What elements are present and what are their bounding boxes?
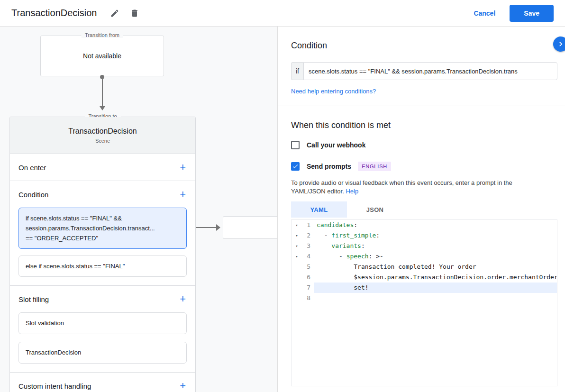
webhook-row: Call your webhook [291, 141, 565, 149]
app: TransactionDecision Cancel Save Transiti… [0, 0, 565, 392]
code-key: variants [331, 242, 361, 249]
save-button[interactable]: Save [510, 5, 554, 22]
slot-card-transaction-decision[interactable]: TransactionDecision [18, 342, 187, 364]
tab-json[interactable]: JSON [347, 201, 403, 218]
fold-toggle-icon[interactable]: ▾ [292, 241, 302, 251]
scene-graph-panel: Transition from Not available Transition… [0, 27, 278, 392]
fold-toggle-icon[interactable]: ▾ [292, 251, 302, 262]
line-number: 5 [302, 262, 314, 272]
code-line: 5 Transaction completed! Your order [292, 262, 557, 272]
condition-card-selected[interactable]: if scene.slots.status == "FINAL" && sess… [18, 208, 187, 249]
fold-toggle-icon [292, 262, 302, 272]
code-line: ▾ 2 - first_simple: [292, 230, 557, 241]
code-line: 8 [292, 293, 557, 303]
add-custom-intent-button[interactable]: + [179, 381, 187, 391]
yaml-editor[interactable]: ▾ 1 candidates: ▾ 2 - first_simple: ▾ 3 … [291, 219, 557, 386]
scene-card-header[interactable]: TransactionDecision Scene [10, 117, 195, 154]
code-key: first_simple [331, 232, 376, 239]
when-condition-title: When this condition is met [291, 120, 565, 130]
connector-line-vertical [102, 79, 103, 107]
code-plain: - [317, 232, 331, 239]
section-on-enter: On enter + [10, 154, 195, 181]
condition-help-link[interactable]: Need help entering conditions? [291, 88, 376, 95]
code-text [314, 293, 557, 303]
chevron-right-icon [556, 39, 565, 49]
condition-cards: if scene.slots.status == "FINAL" && sess… [10, 208, 195, 285]
fold-toggle-icon[interactable]: ▾ [292, 230, 302, 241]
code-text: - first_simple: [314, 230, 557, 241]
code-plain: : [376, 232, 380, 239]
description-text: To provide audio or visual feedback when… [291, 179, 512, 195]
section-custom-intent: Custom intent handling + [10, 373, 195, 392]
transition-from-value: Not available [83, 52, 121, 60]
code-plain: : [361, 242, 365, 249]
transition-from-box: Transition from Not available [40, 36, 164, 76]
section-slot-filling: Slot filling + [10, 286, 195, 312]
help-link[interactable]: Help [346, 188, 358, 195]
code-plain: : >- [369, 253, 383, 260]
slot-cards: Slot validation TransactionDecision [10, 312, 195, 372]
condition-card-line: if scene.slots.status == "FINAL" && [26, 213, 180, 223]
code-plain: - [317, 253, 346, 260]
code-text: Transaction completed! Your order [314, 262, 557, 272]
slot-filling-label: Slot filling [18, 295, 49, 303]
transition-from-label: Transition from [81, 32, 123, 38]
if-chip: if [291, 62, 303, 80]
condition-card-line: else if scene.slots.status == "FINAL" [26, 261, 180, 271]
code-text: $session.params.TransactionDecision.orde… [314, 272, 557, 283]
add-condition-button[interactable]: + [179, 189, 187, 200]
send-prompts-checkbox[interactable] [291, 162, 300, 171]
section-condition: Condition + [10, 181, 195, 208]
arrow-down-icon [100, 106, 105, 110]
code-plain: set! [317, 284, 369, 291]
tab-yaml[interactable]: YAML [291, 201, 347, 218]
slot-card-validation[interactable]: Slot validation [18, 312, 187, 334]
scene-title: TransactionDecision [68, 127, 137, 136]
scene-card: Transition to TransactionDecision Scene … [9, 117, 196, 392]
code-plain: $session.params.TransactionDecision.orde… [317, 273, 557, 281]
delete-scene-button[interactable] [127, 6, 142, 21]
code-key: speech [346, 253, 369, 260]
condition-card-line: == "ORDER_ACCEPTED" [26, 233, 180, 243]
code-text: - speech: >- [314, 251, 557, 262]
line-number: 1 [302, 220, 314, 230]
code-plain: Transaction completed! Your order [317, 263, 476, 270]
condition-input[interactable] [303, 62, 557, 80]
main-split: Transition from Not available Transition… [0, 27, 565, 392]
call-webhook-checkbox[interactable] [291, 141, 300, 149]
condition-card[interactable]: else if scene.slots.status == "FINAL" [18, 255, 187, 277]
fold-toggle-icon [292, 272, 302, 283]
custom-intent-label: Custom intent handling [18, 382, 91, 390]
add-on-enter-button[interactable]: + [179, 162, 187, 173]
line-number: 7 [302, 283, 314, 293]
arrow-right-icon [216, 224, 220, 231]
language-badge: ENGLISH [358, 162, 391, 171]
topbar: TransactionDecision Cancel Save [0, 0, 565, 27]
code-text: set! [314, 283, 557, 293]
add-slot-button[interactable]: + [179, 294, 187, 304]
condition-input-row: if [291, 62, 557, 80]
code-text: variants: [314, 241, 557, 251]
fold-toggle-icon[interactable]: ▾ [292, 220, 302, 230]
inspector-title: Condition [291, 41, 565, 51]
line-number: 4 [302, 251, 314, 262]
on-enter-label: On enter [18, 164, 46, 172]
collapse-panel-button[interactable] [553, 36, 565, 52]
code-line: 6 $session.params.TransactionDecision.or… [292, 272, 557, 283]
send-prompts-label: Send prompts [307, 163, 351, 170]
code-line-active: 7 set! [292, 283, 557, 293]
page-title: TransactionDecision [11, 8, 97, 18]
line-number: 8 [302, 293, 314, 303]
prompts-description: To provide audio or visual feedback when… [291, 179, 546, 196]
fold-toggle-icon [292, 283, 302, 293]
pencil-icon [110, 9, 119, 18]
code-plain: : [354, 221, 357, 228]
code-line: ▾ 3 variants: [292, 241, 557, 251]
edit-title-button[interactable] [107, 6, 122, 21]
line-number: 2 [302, 230, 314, 241]
condition-section-label: Condition [18, 191, 48, 199]
cancel-button[interactable]: Cancel [474, 9, 495, 17]
line-number: 3 [302, 241, 314, 251]
line-number: 6 [302, 272, 314, 283]
transition-target-box[interactable] [223, 216, 278, 239]
